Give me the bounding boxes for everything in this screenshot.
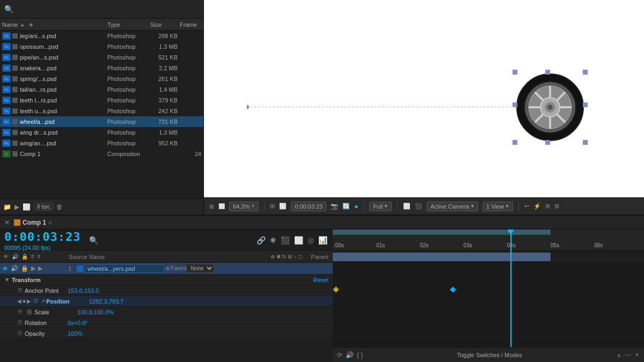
filter-icon[interactable]: ◈ xyxy=(29,21,33,27)
next-keyframe-icon[interactable]: ▶ xyxy=(27,298,31,304)
layer-track-1[interactable] xyxy=(333,251,644,263)
time-display-group: 0:00:03:23 00095 (24.00 fps) xyxy=(4,230,80,251)
monitor-icon[interactable]: 🖥 xyxy=(208,203,214,210)
time-marker-2: 02s xyxy=(420,242,428,248)
work-area-bar[interactable] xyxy=(333,230,551,234)
color-dot xyxy=(12,65,18,71)
opacity-value[interactable]: 100% xyxy=(68,330,83,337)
region-icon[interactable]: ⬜ xyxy=(218,203,225,209)
camera-dropdown[interactable]: Active Camera ▼ xyxy=(427,202,478,211)
new-folder-icon[interactable]: 📁 xyxy=(3,203,11,211)
timeline-options-icon[interactable]: ⋯ xyxy=(625,351,631,359)
fast-preview-icon[interactable]: ⚡ xyxy=(533,203,541,210)
3d-icon[interactable]: ⬛ xyxy=(415,203,422,210)
file-row-12[interactable]: CComp 1Composition24 xyxy=(0,149,203,159)
file-row-7[interactable]: Psteeth l...rs.psdPhotoshop379 KB xyxy=(0,95,203,106)
file-row-6[interactable]: Pstail/an...rs.psdPhotoshop1.4 MB xyxy=(0,84,203,95)
audio-switch[interactable]: 🔊 xyxy=(10,264,19,272)
search-timeline-icon[interactable]: 🔍 xyxy=(89,236,98,245)
playhead-line[interactable] xyxy=(510,234,511,255)
keyframe-mid[interactable] xyxy=(450,286,456,292)
zoom-dropdown[interactable]: 64.3% ▼ xyxy=(229,202,259,211)
anchor-point-value[interactable]: 153.0,153.0 xyxy=(68,287,99,294)
prev-keyframe-icon[interactable]: ◀ xyxy=(17,298,21,304)
file-row-1[interactable]: Psleg/ani...s.psdPhotoshop298 KB xyxy=(0,31,203,41)
expand-switch[interactable]: ▶ xyxy=(30,264,36,272)
file-row-9[interactable]: Pswheel/a...psdPhotoshop731 KB xyxy=(0,116,203,127)
timeline-tracks xyxy=(333,251,644,347)
layer-mode-icon[interactable]: ⊕ xyxy=(165,265,170,271)
rotation-stopwatch-icon[interactable]: ⏱ xyxy=(17,320,23,326)
expand-switch2[interactable]: ▶ xyxy=(37,264,43,272)
motion-blur-icon[interactable]: ◎ xyxy=(306,235,315,246)
parent-select[interactable]: None xyxy=(186,264,214,273)
rotation-row: ⏱ Rotation 0x+0.0° xyxy=(0,317,333,328)
keyframe-start[interactable] xyxy=(333,286,339,292)
anchor-stopwatch-icon[interactable]: ⏱ xyxy=(17,287,23,293)
color-dot xyxy=(12,130,18,135)
camera-capture-icon[interactable]: 📷 xyxy=(331,203,338,210)
file-row-8[interactable]: Psteeth u...s.psdPhotoshop242 KB xyxy=(0,106,203,116)
visibility-switch[interactable]: 👁 xyxy=(1,265,9,272)
add-keyframe-icon[interactable]: ◆ xyxy=(23,299,26,304)
rotation-value[interactable]: 0x+0.0° xyxy=(68,320,88,326)
expand-up-icon[interactable]: ▲ xyxy=(616,352,621,358)
render-queue-icon[interactable]: ↩ xyxy=(524,203,529,210)
close-button[interactable]: ✕ xyxy=(4,219,10,226)
bpc-badge[interactable]: 8 bpc xyxy=(34,203,53,211)
frame-blend-icon[interactable]: ⬜ xyxy=(293,235,304,246)
opacity-stopwatch-icon[interactable]: ⏱ xyxy=(17,330,23,336)
timecode-display[interactable]: 0:00:03:23 xyxy=(4,230,80,243)
color-dot xyxy=(12,98,18,103)
color-indicator[interactable]: ● xyxy=(354,203,358,210)
graph-editor-icon[interactable]: 📊 xyxy=(317,235,328,246)
project-panel: 🔍 Name ▲ ◈ Type Size Frame Psleg/ani...s… xyxy=(0,0,204,215)
position-value[interactable]: 1282.3,793.7 xyxy=(89,298,123,305)
in-out-bar xyxy=(333,234,644,235)
layer-name-field[interactable] xyxy=(85,264,164,273)
new-item-icon[interactable]: ▶ xyxy=(14,203,19,211)
preview-ctrl-icon[interactable]: { } xyxy=(357,351,363,359)
file-row-2[interactable]: Psopossum...psdPhotoshop1.3 MB xyxy=(0,41,203,52)
loop-icon[interactable]: ⟳ xyxy=(337,351,342,359)
collapse-icon[interactable]: ⬛ xyxy=(280,235,291,246)
parent-header: Parent xyxy=(307,254,333,260)
quality-dropdown[interactable]: Full ▼ xyxy=(369,202,392,211)
opacity-label: Opacity xyxy=(25,330,68,337)
parent-pick-icon[interactable]: 🔗 xyxy=(255,235,267,246)
file-row-4[interactable]: Pssnake/a....psdPhotoshop2.2 MB xyxy=(0,63,203,73)
timecode-display[interactable]: 0:00:03:23 xyxy=(291,202,326,211)
file-size: 731 KB xyxy=(150,119,180,125)
scale-link-icon[interactable]: ⛓ xyxy=(27,309,32,315)
wheel-container xyxy=(515,72,585,142)
layer-row-1[interactable]: 👁 🔊 🔒 ▶ ▶ 1 ⊕ Parent None xyxy=(0,263,333,275)
solo-icon[interactable]: ✱ xyxy=(269,235,277,246)
audio-control-icon[interactable]: 🔊 xyxy=(346,351,354,359)
toggle-switches-button[interactable]: Toggle Switches / Modes xyxy=(366,352,613,358)
delete-icon[interactable]: 🗑 xyxy=(56,203,63,211)
file-name: snake/a....psd xyxy=(20,65,107,71)
more-icon[interactable]: ⊞ xyxy=(554,203,559,210)
opacity-row: ⏱ Opacity 100% xyxy=(0,328,333,339)
file-row-10[interactable]: Pswing dr...s.psdPhotoshop1.3 MB xyxy=(0,127,203,138)
file-size: 242 KB xyxy=(150,108,180,114)
col-name-header[interactable]: Name ▲ ◈ xyxy=(2,21,107,28)
file-row-5[interactable]: Psspring/...s.psdPhotoshop261 KB xyxy=(0,73,203,84)
file-row-11[interactable]: Pswing/an....psdPhotoshop952 KB xyxy=(0,138,203,149)
renderer-icon[interactable]: 🔄 xyxy=(342,203,350,210)
view-count-dropdown[interactable]: 1 View ▼ xyxy=(482,202,513,211)
lock-switch[interactable]: 🔒 xyxy=(20,264,30,272)
preview-options-icon[interactable]: ⊞ xyxy=(545,203,550,210)
position-stopwatch-icon[interactable]: ⏱ xyxy=(33,298,39,304)
expand-down-icon[interactable]: ▼ xyxy=(634,352,640,358)
file-row-3[interactable]: Pspipe/an...s.psdPhotoshop521 KB xyxy=(0,52,203,63)
transform-header[interactable]: ▼ Transform Reset xyxy=(0,275,333,285)
mask-icon[interactable]: ⬜ xyxy=(279,203,287,210)
scale-stopwatch-icon[interactable]: ⏱ xyxy=(17,309,23,315)
transform-reset-button[interactable]: Reset xyxy=(313,277,328,283)
comp-tab[interactable]: Comp 1 ≡ xyxy=(14,219,52,226)
import-icon[interactable]: ⬜ xyxy=(23,203,31,211)
region-select-icon[interactable]: ⬜ xyxy=(403,203,411,210)
scale-value[interactable]: 100.0,100.0% xyxy=(77,309,114,315)
grid-icon[interactable]: ⊞ xyxy=(270,203,275,210)
